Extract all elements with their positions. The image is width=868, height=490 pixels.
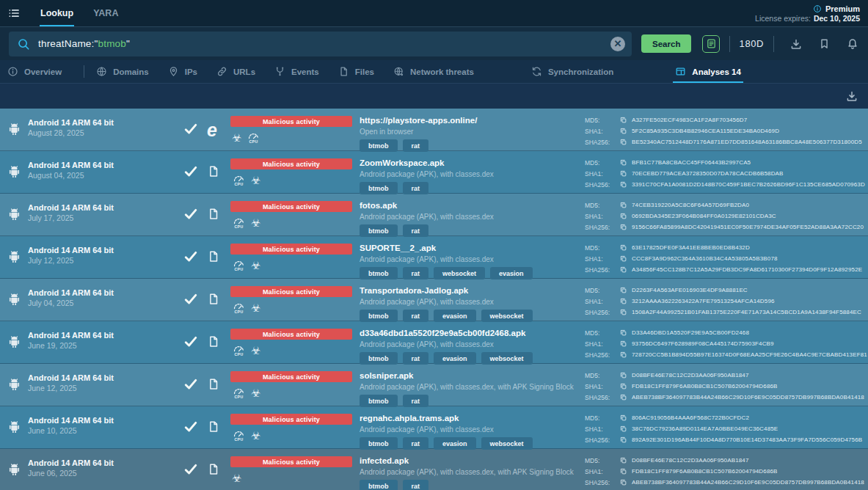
copy-icon[interactable] [619,329,627,337]
copy-icon[interactable] [619,436,627,444]
file-name[interactable]: infected.apk [360,456,409,465]
analysis-row[interactable]: Android 14 ARM 64 bit July 17, 2025 Mali… [0,194,868,236]
analysis-row[interactable]: Android 14 ARM 64 bit July 04, 2025 Mali… [0,279,868,321]
file-name[interactable]: regnahc.ahpla.trams.apk [360,414,459,423]
analysis-row[interactable]: Android 14 ARM 64 bit June 06, 2025 Mali… [0,449,868,490]
tab-yara[interactable]: YARA [93,0,118,26]
tag-pill[interactable]: rat [403,139,429,152]
nav-tab-ips[interactable]: IPs [168,60,197,83]
menu-icon[interactable] [7,7,21,20]
copy-icon[interactable] [619,425,627,433]
analysis-row[interactable]: Android 14 ARM 64 bit June 10, 2025 Mali… [0,406,868,449]
nav-tab-urls[interactable]: URLs [216,60,255,83]
biohazard-icon: ☣ [232,133,241,144]
file-name[interactable]: d33a46dbd1a5520f29e9a5cb00fd2468.apk [360,329,525,337]
copy-icon[interactable] [619,201,627,209]
tag-pill[interactable]: btmob [360,267,398,279]
copy-icon[interactable] [619,456,627,464]
nav-tab-synchronization[interactable]: Synchronization [531,60,613,83]
copy-icon[interactable] [619,382,627,390]
copy-icon[interactable] [619,297,627,305]
search-input[interactable]: threatName:"btmob" ✕ [9,32,632,56]
analysis-row[interactable]: Android 14 ARM 64 bit July 12, 2025 Mali… [0,236,868,279]
tag-pill[interactable]: websocket [434,267,485,279]
tag-pill[interactable]: websocket [481,352,533,365]
tag-pill[interactable]: rat [403,310,429,322]
tag-pill[interactable]: rat [403,224,429,237]
file-name[interactable]: Transportadora-Jadlog.apk [360,286,468,295]
nav-tab-network-threats[interactable]: Network threats [393,60,474,83]
period-selector[interactable]: 180D [740,38,764,49]
tag-pill[interactable]: rat [403,352,429,365]
copy-icon[interactable] [619,212,627,220]
tag-pill[interactable]: btmob [360,182,398,194]
copy-icon[interactable] [619,393,627,401]
file-name[interactable]: SUPORTE__2_.apk [360,244,436,252]
copy-icon[interactable] [619,478,627,486]
file-name[interactable]: https://playstore-apps.online/ [360,116,477,125]
copy-icon[interactable] [619,308,627,316]
query-templates-icon[interactable] [702,35,719,53]
copy-icon[interactable] [619,266,627,274]
cpu-gauge-icon: CPU [232,216,246,229]
copy-icon[interactable] [619,351,627,359]
copy-icon[interactable] [619,255,627,263]
copy-icon[interactable] [619,169,627,178]
clear-search-icon[interactable]: ✕ [610,37,625,51]
tag-pill[interactable]: btmob [360,139,398,152]
analysis-row[interactable]: Android 14 ARM 64 bit August 28, 2025 e … [0,109,868,151]
nav-tab-events[interactable]: Events [274,60,319,83]
tag-pill[interactable]: evasion [490,267,533,279]
download-icon[interactable] [789,37,803,51]
copy-icon[interactable] [619,158,627,167]
analysis-row[interactable]: Android 14 ARM 64 bit June 19, 2025 Mali… [0,321,868,364]
tag-pill[interactable]: websocket [481,310,533,322]
hash-sha256-value: 892A92E301D196AB44F10D4A8D770B10E14D3748… [632,436,862,443]
sha256-label: SHA256: [585,394,619,401]
export-download-icon[interactable] [845,89,858,103]
copy-icon[interactable] [619,138,627,146]
file-name[interactable]: fotos.apk [360,201,397,210]
analysis-row[interactable]: Android 14 ARM 64 bit August 04, 2025 Ma… [0,151,868,194]
premium-info-icon[interactable] [813,4,822,13]
search-query: threatName:"btmob" [38,38,130,49]
notifications-bell-icon[interactable] [846,37,859,51]
tag-pill[interactable]: btmob [360,352,398,365]
copy-icon[interactable] [619,223,627,231]
copy-icon[interactable] [619,127,627,135]
tag-pill[interactable]: rat [403,267,429,279]
analysis-row[interactable]: Android 14 ARM 64 bit June 12, 2025 Mali… [0,364,868,406]
tag-pill[interactable]: rat [403,437,429,450]
svg-text:CPU: CPU [234,182,243,186]
nav-tab-analyses-14[interactable]: Analyses 14 [675,60,741,83]
tag-pill[interactable]: rat [403,480,429,490]
copy-icon[interactable] [619,340,627,348]
file-name[interactable]: solsniper.apk [360,371,414,380]
tag-pill[interactable]: btmob [360,480,398,490]
nav-tab-domains[interactable]: Domains [96,60,149,83]
bookmark-icon[interactable] [818,37,831,50]
tag-pill[interactable]: evasion [434,352,476,365]
tag-pill[interactable]: btmob [360,437,398,450]
tab-lookup[interactable]: Lookup [40,0,73,26]
copy-icon[interactable] [619,286,627,294]
file-name[interactable]: ZoomWorkspace.apk [360,158,444,167]
copy-icon[interactable] [619,244,627,252]
tag-pill[interactable]: evasion [434,310,476,322]
cpu-gauge-icon: CPU [232,301,246,314]
search-button[interactable]: Search [641,34,691,53]
tag-pill[interactable]: websocket [481,437,533,450]
copy-icon[interactable] [619,467,627,475]
nav-tab-files[interactable]: Files [338,60,374,83]
copy-icon[interactable] [619,116,627,124]
tag-pill[interactable]: rat [403,395,429,407]
tag-pill[interactable]: btmob [360,224,398,237]
tag-pill[interactable]: btmob [360,395,398,407]
tag-pill[interactable]: btmob [360,310,398,322]
copy-icon[interactable] [619,414,627,422]
nav-tab-overview[interactable]: Overview [7,60,62,83]
tag-pill[interactable]: evasion [434,437,476,450]
copy-icon[interactable] [619,180,627,189]
copy-icon[interactable] [619,371,627,379]
tag-pill[interactable]: rat [403,182,429,194]
